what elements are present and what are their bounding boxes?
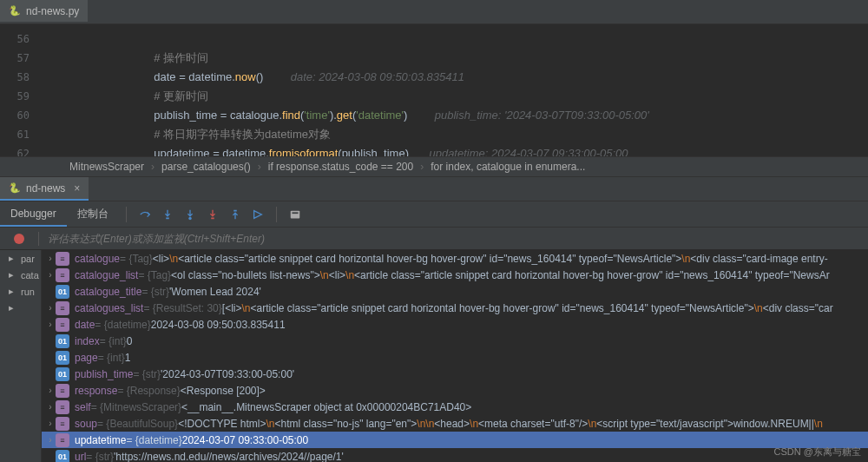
svg-rect-5 <box>292 212 298 214</box>
value-icon: 01 <box>56 450 69 463</box>
editor-tab-label: nd-news.py <box>26 5 79 17</box>
separator <box>38 232 39 246</box>
object-icon: ≡ <box>56 318 69 332</box>
value-icon: 01 <box>56 351 69 365</box>
chevron-right-icon: › <box>151 161 155 173</box>
python-run-icon: 🐍 <box>9 182 21 194</box>
debug-tab-ndnews[interactable]: 🐍 nd-news × <box>0 177 89 201</box>
debugger-tab[interactable]: Debugger <box>0 201 67 227</box>
variables-list[interactable]: ›≡catalogue = {Tag} <li>\n<article class… <box>42 250 868 462</box>
breadcrumb-item[interactable]: MitnewsScraper <box>69 161 144 173</box>
frame-item[interactable]: ▸ <box>0 300 41 316</box>
evaluate-input[interactable] <box>48 233 868 245</box>
chevron-right-icon: › <box>420 161 424 173</box>
step-over-icon[interactable] <box>136 206 154 223</box>
code-line[interactable]: 56 <box>0 30 868 49</box>
expand-icon[interactable]: › <box>45 386 56 395</box>
python-file-icon: 🐍 <box>9 5 21 16</box>
svg-rect-4 <box>290 210 299 218</box>
code-line[interactable]: 59 # 更新时间 <box>0 87 868 106</box>
line-number: 62 <box>0 144 45 156</box>
step-into-my-icon[interactable] <box>181 206 199 223</box>
object-icon: ≡ <box>56 268 69 282</box>
code-line[interactable]: 58 date = datetime.now() date: 2024-03-0… <box>0 68 868 87</box>
line-number: 56 <box>0 30 45 49</box>
separator <box>276 207 277 222</box>
frame-item[interactable]: ▸run <box>0 283 41 300</box>
variable-row[interactable]: ›≡soup = {BeautifulSoup} <!DOCTYPE html>… <box>42 415 868 432</box>
code-line[interactable]: 61 # 将日期字符串转换为datetime对象 <box>0 125 868 144</box>
close-icon[interactable]: × <box>74 182 80 195</box>
expand-icon[interactable]: › <box>45 320 56 329</box>
debug-tab-bar: 🐍 nd-news × <box>0 177 868 201</box>
variable-row[interactable]: ›≡date = {datetime} 2024-03-08 09:50:03.… <box>42 316 868 333</box>
variable-row[interactable]: 01index = {int} 0 <box>42 333 868 349</box>
variable-row[interactable]: 01publish_time = {str} '2024-03-07T09:33… <box>42 366 868 382</box>
line-number: 59 <box>0 87 45 106</box>
breadcrumb: MitnewsScraper›parse_catalogues()›if res… <box>0 156 868 177</box>
object-icon: ≡ <box>56 252 69 266</box>
variable-row[interactable]: ›≡updatetime = {datetime} 2024-03-07 09:… <box>42 432 868 448</box>
evaluate-icon[interactable] <box>286 206 304 223</box>
frame-item[interactable]: ▸par <box>0 250 41 267</box>
force-step-into-icon[interactable] <box>204 206 221 223</box>
object-icon: ≡ <box>56 301 69 315</box>
variable-row[interactable]: ›≡self = {MitnewsScraper} <__main__.Mitn… <box>42 399 868 415</box>
frames-sidebar: ▸par▸cata▸run▸ <box>0 250 42 462</box>
watermark: CSDN @东离与糖宝 <box>774 446 861 459</box>
svg-rect-2 <box>211 217 214 219</box>
svg-rect-3 <box>233 209 237 211</box>
value-icon: 01 <box>56 367 69 381</box>
expand-icon[interactable]: › <box>45 270 56 280</box>
variable-row[interactable]: 01catalogue_title = {str} 'Women Lead 20… <box>42 283 868 300</box>
expand-icon[interactable]: › <box>45 303 56 313</box>
breadcrumb-item[interactable]: for index, catalogue in enumera... <box>431 161 585 173</box>
editor-tab-ndnews[interactable]: 🐍 nd-news.py <box>0 0 88 23</box>
debug-tab-label: nd-news <box>26 182 65 195</box>
stack-frame-icon: ▸ <box>5 269 17 281</box>
expand-icon[interactable]: › <box>45 402 56 412</box>
breadcrumb-item[interactable]: parse_catalogues() <box>161 161 251 173</box>
breadcrumb-item[interactable]: if response.status_code == 200 <box>268 161 413 173</box>
expand-icon[interactable]: › <box>45 419 56 428</box>
console-tab[interactable]: 控制台 <box>67 201 119 227</box>
chevron-right-icon: › <box>258 161 261 173</box>
stack-frame-icon: ▸ <box>5 302 17 314</box>
variable-row[interactable]: 01url = {str} 'https://news.nd.edu//news… <box>42 448 868 462</box>
variable-row[interactable]: 01page = {int} 1 <box>42 349 868 366</box>
stack-frame-icon: ▸ <box>5 253 17 265</box>
variable-row[interactable]: ›≡catalogue = {Tag} <li>\n<article class… <box>42 250 868 267</box>
evaluate-bar <box>0 228 868 250</box>
step-out-icon[interactable] <box>227 206 244 223</box>
editor-tab-bar: 🐍 nd-news.py <box>0 0 868 24</box>
code-line[interactable]: 57 # 操作时间 <box>0 49 868 68</box>
run-to-cursor-icon[interactable] <box>249 206 266 223</box>
code-line[interactable]: 62 updatetime = datetime.fromisoformat(p… <box>0 144 868 156</box>
debug-toolbar: Debugger 控制台 <box>0 201 868 228</box>
value-icon: 01 <box>56 334 69 348</box>
value-icon: 01 <box>56 285 69 299</box>
object-icon: ≡ <box>56 433 69 447</box>
variable-row[interactable]: ›≡catalogues_list = {ResultSet: 30} [<li… <box>42 300 868 316</box>
object-icon: ≡ <box>56 400 69 414</box>
line-number: 61 <box>0 125 45 144</box>
expand-icon[interactable]: › <box>45 254 56 263</box>
step-into-icon[interactable] <box>159 206 176 223</box>
line-number: 57 <box>0 49 45 68</box>
object-icon: ≡ <box>56 384 69 398</box>
frame-item[interactable]: ▸cata <box>0 267 41 283</box>
variable-row[interactable]: ›≡catalogue_list = {Tag} <ol class="no-b… <box>42 267 868 283</box>
separator <box>126 207 127 222</box>
variables-panel: ▸par▸cata▸run▸ ›≡catalogue = {Tag} <li>\… <box>0 250 868 462</box>
stack-frame-icon: ▸ <box>5 286 17 298</box>
line-number: 60 <box>0 106 45 125</box>
expand-icon[interactable]: › <box>45 435 56 445</box>
code-line[interactable]: 60 publish_time = catalogue.find('time')… <box>0 106 868 125</box>
svg-rect-0 <box>166 217 169 219</box>
object-icon: ≡ <box>56 417 69 431</box>
editor-area[interactable]: 56 57 # 操作时间58 date = datetime.now() dat… <box>0 24 868 156</box>
line-number: 58 <box>0 68 45 87</box>
variable-row[interactable]: ›≡response = {Response} <Response [200]> <box>42 382 868 399</box>
svg-point-1 <box>188 216 192 220</box>
record-dot-icon[interactable] <box>14 234 24 244</box>
